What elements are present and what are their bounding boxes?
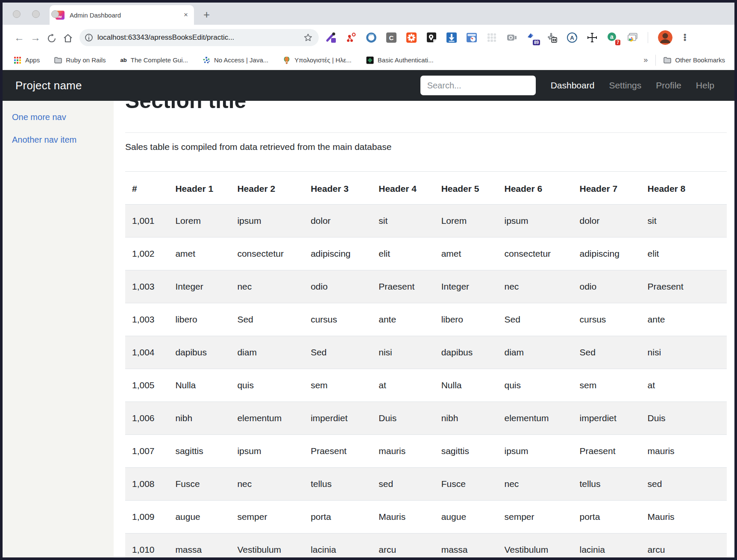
table-cell: dapibus [435,336,498,369]
green-a-icon[interactable]: a 7 [607,32,618,43]
table-cell: ipsum [498,205,573,237]
profile-avatar[interactable] [658,30,672,45]
swirl-icon[interactable] [366,32,377,43]
table-row: 1,009auguesemperportaMaurisauguesemperpo… [125,501,727,534]
color-picker-icon[interactable] [326,32,337,43]
table-cell: amet [168,237,230,270]
nav-link-dashboard[interactable]: Dashboard [543,80,602,91]
table-cell: mauris [372,435,434,468]
back-icon[interactable]: ← [11,32,27,44]
table-cell: diam [498,336,573,369]
table-cell: ante [641,303,727,336]
browser-menu-icon[interactable]: ••• [681,34,688,41]
table-cell: augue [435,501,498,534]
close-window-button[interactable] [13,10,21,18]
nav-link-help[interactable]: Help [689,80,722,91]
hot-air-balloon-icon [283,56,291,64]
url-text[interactable]: localhost:63343/apressBooksEdit/practic.… [97,33,299,42]
faded-grid-icon[interactable] [486,32,497,43]
table-cell: Mauris [372,501,434,534]
table-cell: semper [230,501,304,534]
table-cell: imperdiet [304,402,372,435]
search-input[interactable] [420,76,536,95]
browser-tab[interactable]: RM Admin Dashboard × [50,5,194,25]
table-cell: at [641,369,727,402]
forward-icon[interactable]: → [27,32,44,44]
circled-a-icon[interactable]: A [567,32,578,43]
extension-badge: 89 [533,40,540,45]
table-row: 1,003IntegernecodioPraesentIntegernecodi… [125,270,727,303]
reload-icon[interactable] [44,32,60,44]
table-cell: Nulla [435,369,498,402]
table-cell: massa [435,534,498,559]
table-cell: sagittis [435,435,498,468]
bookmark-complete-guide[interactable]: ab The Complete Gui... [120,56,188,64]
letter-c-box-icon[interactable]: C [386,32,397,43]
green-diamond-icon [366,56,374,64]
minimize-window-button[interactable] [32,10,40,18]
zoom-window-button[interactable] [51,10,59,18]
table-row: 1,004dapibusdiamSednisidapibusdiamSednis… [125,336,727,369]
bookmark-apps[interactable]: Apps [14,56,40,64]
sales-table: #Header 1Header 2Header 3Header 4Header … [125,171,727,558]
window-controls[interactable] [13,10,59,18]
crosshair-icon[interactable] [587,32,598,43]
table-cell: 1,001 [125,205,168,237]
analytics-badge-icon[interactable]: 89 [526,32,537,43]
lightbulb-box-icon[interactable] [426,32,437,43]
table-cell: sit [641,205,727,237]
screen-recorder-icon[interactable] [506,32,517,43]
tab-close-icon[interactable]: × [184,11,188,19]
bookmark-label: Υπολογιστές | Ηλε... [294,56,352,64]
table-cell: mauris [641,435,727,468]
sidebar-item-another-nav-item[interactable]: Another nav item [3,129,114,151]
table-cell: Lorem [168,205,230,237]
gear-box-icon[interactable] [406,32,417,43]
new-tab-button[interactable]: + [203,8,210,25]
address-bar[interactable]: localhost:63343/apressBooksEdit/practic.… [79,29,319,46]
table-row: 1,002ametconsecteturadipiscingelitametco… [125,237,727,270]
download-box-icon[interactable] [446,32,457,43]
table-cell: sem [304,369,372,402]
sitemap-icon[interactable] [346,32,357,43]
table-cell: consectetur [230,237,304,270]
table-cell: elementum [498,402,573,435]
table-cell: ante [372,303,434,336]
table-cell: Praesent [304,435,372,468]
table-cell: arcu [641,534,727,559]
chrome-windows-icon[interactable] [627,32,638,43]
table-cell: sed [372,468,434,501]
table-cell: quis [498,369,573,402]
bookmark-computers[interactable]: Υπολογιστές | Ηλε... [283,56,352,64]
table-cell: 1,010 [125,534,168,559]
bookmark-star-icon[interactable] [303,33,313,42]
other-bookmarks-button[interactable]: Other Bookmarks [664,56,725,64]
bookmark-ruby-on-rails[interactable]: Ruby on Rails [54,56,106,64]
table-cell: 1,008 [125,468,168,501]
bookmark-label: Other Bookmarks [675,56,725,64]
bookmark-basic-auth[interactable]: Basic Authenticati... [366,56,434,64]
table-row: 1,007sagittisipsumPraesentmaurissagittis… [125,435,727,468]
nav-link-settings[interactable]: Settings [602,80,649,91]
sidebar-item-one-more-nav[interactable]: One more nav [3,106,114,129]
table-header-row: #Header 1Header 2Header 3Header 4Header … [125,172,727,205]
ab-icon: ab [120,57,127,63]
page-info-icon[interactable] [85,33,93,42]
brand[interactable]: Project name [15,79,82,92]
window-gauge-icon[interactable] [466,32,477,43]
bookmark-no-access[interactable]: No Access | Java... [203,56,268,64]
table-cell: dapibus [168,336,230,369]
column-header: Header 4 [372,172,434,205]
translate-window-icon[interactable] [546,32,558,43]
bookmarks-overflow-icon[interactable]: » [643,56,648,65]
table-cell: consectetur [498,237,573,270]
column-header: Header 2 [230,172,304,205]
table-cell: 1,002 [125,237,168,270]
table-cell: sed [641,468,727,501]
table-description: Sales table is compiled from data retrie… [125,141,727,153]
nav-link-profile[interactable]: Profile [649,80,689,91]
table-cell: arcu [372,534,434,559]
table-cell: odio [573,270,640,303]
table-cell: adipiscing [304,237,372,270]
home-icon[interactable] [60,32,76,44]
